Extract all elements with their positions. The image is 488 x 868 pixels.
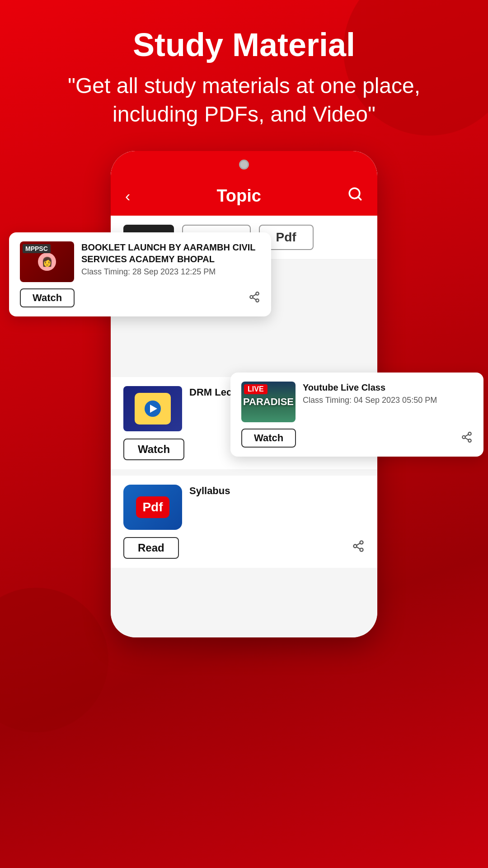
phone-wrapper: ‹ Topic All Video Pdf [0,151,488,674]
float-bottom: Watch [20,288,260,307]
subtitle: "Get all study materials at one place, i… [27,72,461,128]
item-title: Syllabus [189,485,365,498]
float-info: BOOKLET LAUNCH BY AARAMBH CIVIL SERVICES… [81,241,260,277]
pdf-thumbnail: Pdf [123,485,182,530]
float-info: Youtube Live Class Class Timing: 04 Sep … [303,382,473,405]
drm-icon-background [135,393,171,425]
svg-line-21 [465,434,468,436]
main-title: Study Material [27,27,461,63]
list-item: Pdf Syllabus Read [111,476,377,568]
item-top: Pdf Syllabus [123,485,365,530]
svg-line-11 [357,543,360,546]
float-bottom: Watch [241,429,473,448]
svg-line-20 [465,438,468,440]
share-icon[interactable] [249,291,260,305]
float-timing: Class Timing: 04 Sep 2023 05:50 PM [303,396,473,405]
screen-title: Topic [216,186,261,206]
item-bottom: Read [123,537,365,559]
play-triangle-icon [150,405,157,413]
watch-button[interactable]: Watch [241,429,296,448]
paradise-text: PARADISE [243,396,294,408]
search-icon[interactable] [347,186,363,205]
mppsc-thumbnail: MPPSC 👩 [20,241,74,282]
share-icon[interactable] [352,540,365,556]
back-button[interactable]: ‹ [125,187,130,205]
paradise-thumbnail: LIVE PARADISE [241,382,296,422]
svg-line-16 [253,294,256,296]
svg-line-1 [358,197,361,200]
svg-line-10 [357,547,360,549]
drm-thumbnail [123,386,182,431]
float-item-top: MPPSC 👩 BOOKLET LAUNCH BY AARAMBH CIVIL … [20,241,260,282]
phone-camera [239,160,249,170]
app-header: ‹ Topic [111,178,377,216]
read-button[interactable]: Read [123,537,179,559]
pdf-badge: Pdf [136,496,169,518]
live-badge: LIVE [244,384,267,394]
header-section: Study Material "Get all study materials … [0,0,488,146]
item-info: Syllabus [189,485,365,500]
float-title: Youtube Live Class [303,382,473,393]
phone-top-bar [111,151,377,178]
floating-card-booklet: MPPSC 👩 BOOKLET LAUNCH BY AARAMBH CIVIL … [9,232,271,316]
float-timing: Class Timing: 28 Sep 2023 12:25 PM [81,267,260,277]
float-title: BOOKLET LAUNCH BY AARAMBH CIVIL SERVICES… [81,241,260,265]
phone-bottom [111,610,377,637]
float-item-top: LIVE PARADISE Youtube Live Class Class T… [241,382,473,422]
watch-button[interactable]: Watch [123,439,184,460]
share-icon[interactable] [461,431,473,445]
floating-card-youtube: LIVE PARADISE Youtube Live Class Class T… [230,373,483,457]
svg-line-15 [253,298,256,300]
play-circle [145,401,161,417]
mppsc-label: MPPSC [23,244,51,253]
watch-button[interactable]: Watch [20,288,75,307]
bottom-spacer [111,574,377,601]
